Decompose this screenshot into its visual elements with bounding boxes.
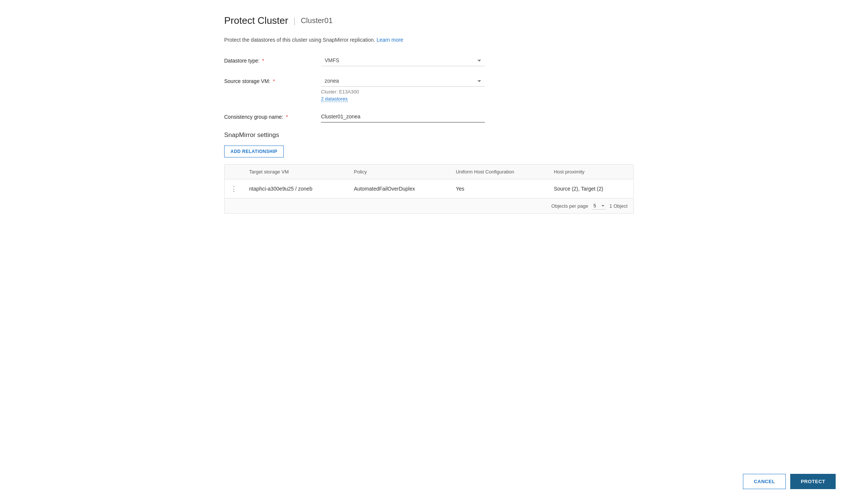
objects-per-page-label: Objects per page (552, 203, 588, 209)
required-indicator: * (273, 78, 275, 84)
table-header: Target storage VM Policy Uniform Host Co… (225, 165, 633, 179)
consistency-group-label: Consistency group name: * (224, 111, 321, 120)
policy-cell: AutomatedFailOverDuplex (348, 179, 450, 198)
per-page-wrapper: 5 10 25 50 (592, 202, 606, 210)
host-proximity-cell: Source (2), Target (2) (548, 179, 633, 198)
cancel-button[interactable]: CANCEL (743, 474, 786, 489)
col-host-proximity: Host proximity (548, 165, 633, 179)
protect-button[interactable]: PROTECT (790, 474, 836, 489)
table-row: ⋮ ntaphci-a300e9u25 / zoneb AutomatedFai… (225, 179, 633, 198)
consistency-group-wrapper (321, 111, 485, 122)
datastore-type-select-wrapper: VMFS NFS (321, 55, 485, 66)
header-divider: | (293, 16, 296, 26)
snapmirror-section-title: SnapMirror settings (224, 131, 634, 139)
snapmirror-section: SnapMirror settings ADD RELATIONSHIP Tar… (224, 131, 634, 214)
snapmirror-table: Target storage VM Policy Uniform Host Co… (225, 165, 633, 198)
per-page-select[interactable]: 5 10 25 50 (592, 202, 606, 210)
required-indicator: * (286, 114, 288, 120)
datastore-type-wrapper: VMFS NFS (321, 55, 485, 66)
row-menu-icon[interactable]: ⋮ (231, 185, 237, 192)
col-uniform-host-config: Uniform Host Configuration (450, 165, 548, 179)
datastore-type-row: Datastore type: * VMFS NFS (224, 55, 634, 66)
cluster-name: Cluster01 (301, 16, 333, 25)
source-storage-vm-label: Source storage VM: * (224, 75, 321, 84)
consistency-group-row: Consistency group name: * (224, 111, 634, 122)
source-storage-vm-select-wrapper: zonea zoneb (321, 75, 485, 87)
learn-more-link[interactable]: Learn more (376, 37, 403, 43)
source-storage-vm-wrapper: zonea zoneb Cluster: E13A300 2 datastore… (321, 75, 485, 102)
action-buttons: CANCEL PROTECT (743, 474, 836, 489)
col-menu (225, 165, 243, 179)
page-title: Protect Cluster (224, 15, 288, 26)
col-policy: Policy (348, 165, 450, 179)
add-relationship-button[interactable]: ADD RELATIONSHIP (224, 146, 284, 157)
consistency-group-input[interactable] (321, 111, 485, 122)
uniform-host-config-cell: Yes (450, 179, 548, 198)
page-header: Protect Cluster | Cluster01 (224, 15, 634, 26)
row-menu-cell: ⋮ (225, 179, 243, 198)
total-objects-label: 1 Object (610, 203, 627, 209)
cluster-info: Cluster: E13A300 (321, 89, 485, 95)
table-footer: Objects per page 5 10 25 50 1 Object (225, 198, 633, 213)
required-indicator: * (262, 58, 264, 64)
table-body: ⋮ ntaphci-a300e9u25 / zoneb AutomatedFai… (225, 179, 633, 198)
datastore-type-label: Datastore type: * (224, 55, 321, 64)
source-storage-vm-select[interactable]: zonea zoneb (321, 75, 485, 87)
page-description: Protect the datastores of this cluster u… (224, 37, 634, 43)
table-header-row: Target storage VM Policy Uniform Host Co… (225, 165, 633, 179)
source-storage-vm-row: Source storage VM: * zonea zoneb Cluster… (224, 75, 634, 102)
target-storage-vm-cell: ntaphci-a300e9u25 / zoneb (243, 179, 348, 198)
datastores-link[interactable]: 2 datastores (321, 96, 348, 102)
datastore-type-select[interactable]: VMFS NFS (321, 55, 485, 66)
col-target-storage-vm: Target storage VM (243, 165, 348, 179)
description-text: Protect the datastores of this cluster u… (224, 37, 375, 43)
snapmirror-table-container: Target storage VM Policy Uniform Host Co… (224, 164, 634, 214)
